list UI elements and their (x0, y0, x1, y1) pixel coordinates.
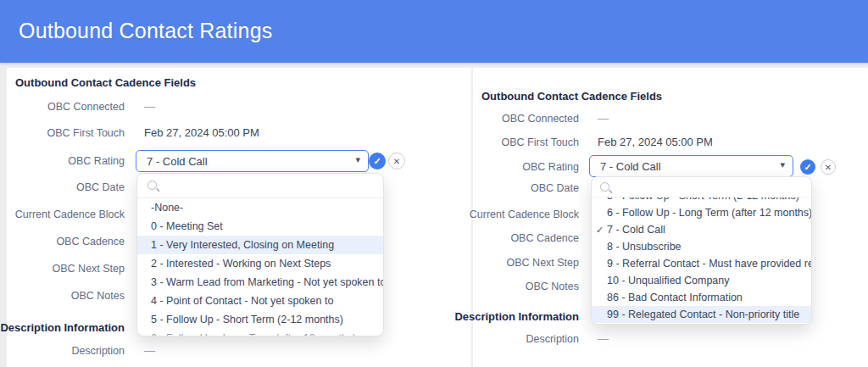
right-option-10[interactable]: 10 - Unqualified Company (592, 272, 811, 289)
left-label-obc-cadence: OBC Cadence (0, 236, 125, 247)
left-rating-dropdown: -None- 0 - Meeting Set 1 - Very Interest… (136, 173, 384, 336)
left-option-none[interactable]: -None- (137, 198, 383, 217)
selected-check-icon: ✓ (596, 225, 604, 236)
right-option-9[interactable]: 9 - Referral Contact - Must have provide… (592, 255, 811, 272)
left-label-current-cadence-block: Current Cadence Block (0, 209, 125, 220)
left-value-obc-first-touch: Feb 27, 2024 05:00 PM (144, 126, 259, 139)
left-label-obc-first-touch: OBC First Touch (0, 127, 125, 139)
search-icon (600, 182, 609, 192)
left-dropdown-search-input[interactable] (163, 176, 378, 195)
left-label-obc-date: OBC Date (0, 181, 125, 193)
right-label-current-cadence-block: Current Cadence Block (424, 209, 579, 220)
left-obc-rating-selected-value: 7 - Cold Call (136, 155, 208, 168)
chevron-down-icon: ▾ (780, 159, 785, 170)
right-value-description: — (598, 332, 609, 345)
right-option-7-selected[interactable]: ✓7 - Cold Call (592, 221, 811, 238)
left-value-description: — (144, 344, 155, 357)
right-value-obc-connected: — (598, 112, 609, 125)
header-divider (0, 63, 868, 68)
close-icon: ✕ (825, 163, 832, 172)
right-obc-rating-select[interactable]: 7 - Cold Call ▾ (589, 155, 793, 177)
check-icon: ✓ (373, 156, 381, 167)
page-title: Outbound Contact Ratings (19, 19, 272, 43)
left-label-obc-rating: OBC Rating (0, 155, 125, 167)
right-rating-dropdown: 5 - Follow Up - Short Term (2-12 months)… (591, 176, 812, 325)
left-label-description: Description (0, 345, 125, 357)
right-label-description: Description (424, 333, 579, 345)
right-label-obc-next-step: OBC Next Step (424, 257, 579, 269)
right-label-obc-rating: OBC Rating (424, 161, 579, 173)
left-option-5[interactable]: 5 - Follow Up - Short Term (2-12 months) (137, 310, 383, 329)
right-cancel-button[interactable]: ✕ (821, 159, 836, 175)
right-option-5-clipped[interactable]: 5 - Follow Up - Short Term (2-12 months) (592, 197, 811, 204)
right-label-obc-first-touch: OBC First Touch (424, 136, 579, 148)
right-dropdown-search-row (592, 177, 811, 197)
page-header: Outbound Contact Ratings (0, 0, 868, 63)
right-confirm-button[interactable]: ✓ (800, 159, 815, 175)
right-dropdown-options-viewport: 5 - Follow Up - Short Term (2-12 months)… (592, 197, 811, 324)
close-icon: ✕ (393, 157, 400, 166)
left-label-obc-connected: OBC Connected (0, 101, 125, 113)
left-description-section-title: Description Information (0, 321, 125, 334)
left-obc-rating-select[interactable]: 7 - Cold Call ▾ (136, 150, 369, 172)
check-icon: ✓ (804, 162, 811, 173)
left-option-6-clipped[interactable]: 6 - Follow Up - Long Term (after 12 mont… (137, 329, 383, 336)
right-option-86[interactable]: 86 - Bad Contact Information (592, 289, 811, 306)
left-label-obc-notes: OBC Notes (0, 290, 125, 302)
right-option-7-label: 7 - Cold Call (607, 224, 665, 236)
left-cancel-button[interactable]: ✕ (388, 153, 405, 170)
right-section-title: Outbound Contact Cadence Fields (481, 90, 662, 103)
right-option-99[interactable]: 99 - Relegated Contact - Non-priority ti… (592, 306, 811, 323)
left-option-3[interactable]: 3 - Warm Lead from Marketing - Not yet s… (137, 273, 383, 292)
left-label-obc-next-step: OBC Next Step (0, 263, 125, 275)
page: Outbound Contact Ratings Outbound Contac… (0, 0, 868, 367)
right-label-obc-connected: OBC Connected (424, 113, 579, 125)
left-dropdown-options: -None- 0 - Meeting Set 1 - Very Interest… (137, 198, 383, 336)
left-section-title: Outbound Contact Cadence Fields (15, 76, 196, 89)
right-option-8[interactable]: 8 - Unsubscribe (592, 238, 811, 255)
right-label-obc-notes: OBC Notes (424, 281, 579, 292)
left-option-2[interactable]: 2 - Interested - Working on Next Steps (137, 254, 383, 273)
search-icon (147, 181, 157, 190)
left-confirm-button[interactable]: ✓ (369, 153, 386, 170)
right-description-section-title: Description Information (424, 310, 579, 323)
right-obc-rating-selected-value: 7 - Cold Call (590, 160, 661, 173)
left-option-4[interactable]: 4 - Point of Contact - Not yet spoken to (137, 292, 383, 310)
right-dropdown-options: 5 - Follow Up - Short Term (2-12 months)… (592, 197, 811, 323)
chevron-down-icon: ▾ (355, 154, 360, 165)
right-label-obc-date: OBC Date (424, 182, 579, 194)
left-dropdown-search-row (137, 174, 383, 198)
left-option-1[interactable]: 1 - Very Interested, Closing on Meeting (137, 236, 383, 254)
right-label-obc-cadence: OBC Cadence (424, 232, 579, 244)
left-option-0[interactable]: 0 - Meeting Set (137, 217, 383, 236)
right-value-obc-first-touch: Feb 27, 2024 05:00 PM (598, 136, 713, 148)
right-dropdown-search-input[interactable] (617, 180, 806, 194)
left-value-obc-connected: — (144, 100, 155, 113)
right-option-6[interactable]: 6 - Follow Up - Long Term (after 12 mont… (592, 204, 811, 221)
